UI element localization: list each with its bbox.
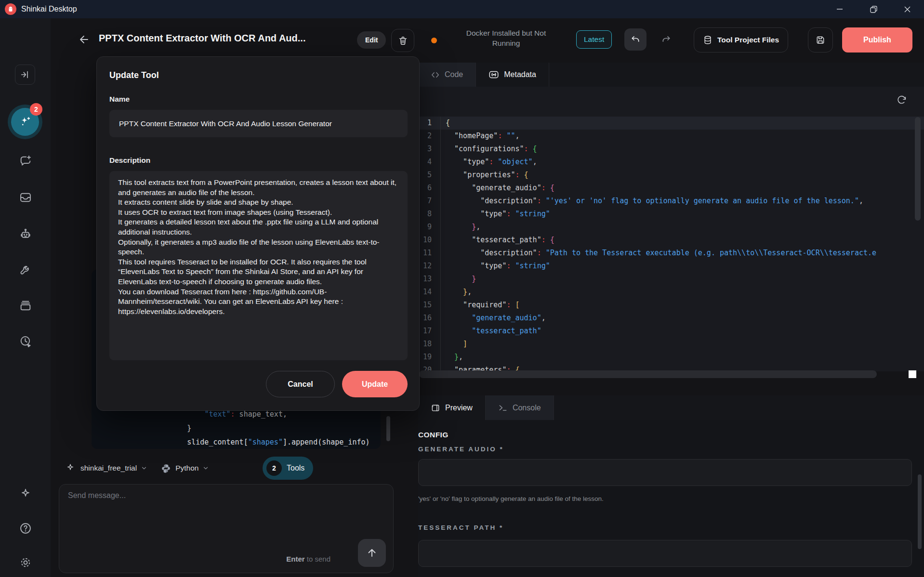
code-line: 15 "required": [ [418,299,924,312]
status-dot [431,38,437,43]
settings-gear-icon[interactable] [19,556,32,569]
robot-agent-icon[interactable] [19,227,32,241]
tesseract-path-label: TESSERACT PATH * [418,524,503,531]
undo-button[interactable] [624,28,647,51]
ai-sparkle-icon [18,115,32,129]
code-line: 11 "description": "Path to the Tesseract… [418,247,924,260]
trash-icon [398,36,408,46]
inbox-icon[interactable] [19,191,32,204]
shinkai-desktop-window: Shinkai Desktop 2 [0,0,924,577]
message-input[interactable] [68,491,338,549]
config-section-title: CONFIG [418,431,449,439]
code-line: 16 "generate_audio", [418,312,924,325]
code-line: 9 }, [418,221,924,234]
new-chat-icon[interactable] [19,155,32,168]
message-box: Enter to send [59,484,394,573]
description-field[interactable]: This tool extracts text from a PowerPoin… [109,171,408,360]
archive-drawers-icon[interactable] [19,299,32,313]
minimize-icon[interactable] [823,0,857,18]
sidebar: 2 [0,18,51,577]
chevron-down-icon [202,465,209,472]
generate-audio-input[interactable] [418,459,912,486]
page-title: PPTX Content Extractor With OCR And Aud.… [99,33,305,44]
code-line: 4 "type": "object", [418,156,924,169]
chat-code-line: } [152,421,370,435]
code-line: 6 "generate_audio": { [418,182,924,195]
name-field[interactable] [109,110,408,137]
code-line: 3 "configurations": { [418,143,924,156]
code-line: 10 "tesseract_path": { [418,234,924,247]
editor-corner-marker [909,370,916,378]
tab-console[interactable]: Console [486,395,554,420]
tab-metadata[interactable]: Metadata [476,63,549,87]
wrench-tools-icon[interactable] [19,263,32,276]
restore-icon[interactable] [857,0,890,18]
chat-scrollbar[interactable] [386,416,390,441]
refresh-icon[interactable] [894,92,909,107]
code-line: 14 }, [418,286,924,299]
config-scrollbar[interactable] [918,474,922,549]
code-line: 7 "description": "'yes' or 'no' flag to … [418,195,924,208]
metadata-icon [488,69,499,80]
scheduled-clock-icon[interactable] [19,335,32,348]
help-icon[interactable] [19,522,32,535]
docker-status: Docker Installed but Not Running [454,28,558,48]
collapse-panel-icon[interactable] [15,65,35,85]
edit-button[interactable]: Edit [357,31,386,49]
editor-horizontal-scrollbar[interactable] [419,370,877,378]
enter-to-send-hint: Enter to send [286,555,330,563]
tab-code[interactable]: Code [418,63,476,87]
editor-tabbar: Code Metadata [418,63,924,87]
save-floppy-icon [816,35,825,45]
chat-code-line: slide_content["shapes"].append(shape_inf… [152,435,370,449]
code-line: 2 "homePage": "", [418,130,924,143]
tab-preview[interactable]: Preview [418,395,486,420]
code-line: 13 } [418,273,924,286]
python-icon [161,463,171,473]
name-label: Name [109,95,130,104]
code-line: 5 "properties": { [418,169,924,182]
editor-vertical-scrollbar[interactable] [915,117,921,221]
preview-window-icon [431,403,440,413]
tools-count-badge: 2 [266,460,282,476]
code-line: 8 "type": "string" [418,208,924,221]
code-icon [431,70,440,79]
redo-button[interactable] [655,28,677,51]
cancel-button[interactable]: Cancel [266,371,335,397]
publish-button[interactable]: Publish [842,27,912,52]
app-title: Shinkai Desktop [21,5,77,13]
undo-icon [631,35,640,44]
send-button[interactable] [358,539,386,567]
database-icon [703,35,713,45]
save-button[interactable] [808,27,833,52]
code-line: 1{ [418,117,924,130]
shinkai-logo-icon [5,3,16,15]
console-icon [498,403,508,413]
generate-audio-helper: 'yes' or 'no' flag to optionally generat… [418,495,604,502]
code-line: 18 ] [418,338,924,351]
code-line: 12 "type": "string" [418,260,924,273]
redo-icon [661,35,671,44]
latest-version-badge[interactable]: Latest [576,30,612,49]
update-button[interactable]: Update [342,371,408,397]
arrow-up-icon [366,547,378,559]
delete-tool-button[interactable] [391,29,414,52]
chevron-down-icon [141,465,147,472]
back-arrow-icon[interactable] [74,29,95,50]
generate-audio-label: GENERATE AUDIO * [418,446,504,453]
code-line: 19 }, [418,351,924,364]
tool-project-files-button[interactable]: Tool Project Files [694,27,788,52]
composer-toolbar: shinkai_free_trial Python [65,457,209,480]
description-label: Description [109,156,150,165]
metadata-editor[interactable]: 1{2 "homePage": "",3 "configurations": {… [418,87,924,371]
model-selector[interactable]: shinkai_free_trial [80,464,137,472]
window-titlebar: Shinkai Desktop [0,0,924,18]
tools-selector[interactable]: 2 Tools [263,457,313,480]
code-line: 17 "tesseract_path" [418,325,924,338]
chat-code-lines: "text": shape_text, } slide_content["sha… [152,407,370,449]
tesseract-path-input[interactable] [418,540,912,567]
close-icon[interactable] [890,0,924,18]
update-tool-dialog: Update Tool Name Description This tool e… [96,56,420,411]
sparkle-icon[interactable] [19,487,32,501]
language-selector[interactable]: Python [175,464,198,472]
